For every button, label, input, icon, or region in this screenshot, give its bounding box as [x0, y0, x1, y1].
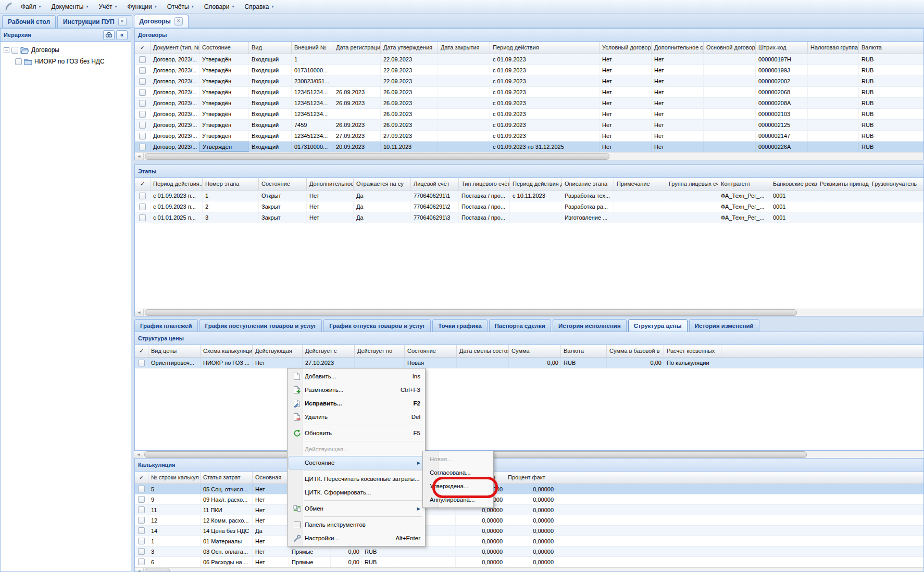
column-header[interactable]: Дополнительное с — [652, 42, 704, 54]
column-header[interactable]: Сумма — [509, 345, 561, 357]
row-checkbox[interactable] — [139, 144, 146, 150]
column-header[interactable]: Группа лицевых сч — [666, 178, 718, 190]
scroll-left-icon[interactable]: ◄ — [135, 568, 144, 572]
column-header[interactable]: Примечание — [614, 178, 666, 190]
column-header[interactable]: Действует по — [355, 345, 405, 357]
collapse-panel-icon[interactable]: « — [116, 30, 128, 40]
row-checkbox[interactable] — [139, 214, 146, 221]
row-checkbox[interactable] — [139, 89, 146, 96]
row-checkbox[interactable] — [139, 122, 146, 129]
column-header[interactable]: Налоговая группа. — [808, 42, 859, 54]
row-checkbox[interactable] — [139, 111, 146, 118]
table-row[interactable]: Договор, 2023/...УтверждёнВходящий123451… — [135, 109, 923, 120]
column-header[interactable]: Дата регистрации. — [333, 42, 381, 54]
tab-close-icon[interactable]: ✕ — [174, 17, 183, 26]
column-header-check[interactable]: ✓ — [135, 42, 151, 54]
scrollbar-thumb[interactable] — [145, 309, 797, 316]
column-header[interactable]: Отражается на су — [354, 178, 411, 190]
column-header-check[interactable]: ✓ — [135, 178, 151, 190]
table-row[interactable]: с 01.01.2025 п...3ЗакрытНетДа7706406291\… — [135, 212, 923, 223]
tree-checkbox[interactable] — [15, 58, 22, 65]
column-header[interactable]: Банковские рекви — [770, 178, 817, 190]
column-header[interactable]: Условный договор — [600, 42, 652, 54]
column-header[interactable]: Процент факт — [505, 472, 556, 484]
menu-item-6[interactable]: Словари▾ — [199, 2, 240, 12]
tab-3[interactable]: Договоры✕ — [134, 15, 189, 28]
column-header[interactable]: Контрагент — [718, 178, 770, 190]
column-header[interactable]: Схема калькуляци — [201, 345, 253, 357]
tab-2[interactable]: Инструкции ПУП✕ — [57, 15, 132, 28]
column-header[interactable]: Состояние — [405, 345, 457, 357]
table-row[interactable]: Договор, 2023/...УтверждёнВходящий017310… — [135, 65, 923, 76]
column-header[interactable]: Действует с — [303, 345, 355, 357]
row-checkbox[interactable] — [139, 78, 146, 85]
detail-tab-3[interactable]: График отпуска товаров и услуг — [323, 319, 431, 332]
context-menu-item[interactable]: Панель инструментов — [289, 518, 424, 531]
row-checkbox[interactable] — [138, 558, 145, 565]
menu-item-1[interactable]: Файл▾ — [16, 2, 46, 12]
column-header[interactable]: Тип лицевого счёт — [459, 178, 510, 190]
menu-item-7[interactable]: Справка▾ — [239, 2, 279, 12]
scroll-left-icon[interactable]: ◄ — [134, 451, 143, 458]
detail-tab-2[interactable]: График поступления товаров и услуг — [199, 319, 322, 332]
tree-expander-icon[interactable]: − — [4, 47, 9, 53]
scroll-left-icon[interactable]: ◄ — [135, 153, 144, 160]
table-row[interactable]: 909 Накл. расхо...Нет0,000000,00000 — [135, 494, 923, 505]
row-checkbox[interactable] — [138, 506, 145, 513]
column-header[interactable]: Вид — [249, 42, 292, 54]
row-checkbox[interactable] — [139, 56, 146, 63]
table-row[interactable]: 101 МатериалыНетПрямые0,000000,00000 — [135, 536, 923, 546]
context-menu-item[interactable]: Обмен▶ — [289, 502, 424, 515]
column-header[interactable]: Сумма в базовой в — [607, 345, 664, 357]
table-row[interactable]: Договор, 2023/...УтверждёнВходящий745926… — [135, 120, 923, 131]
column-header[interactable]: Штрих-код — [756, 42, 808, 54]
row-checkbox[interactable] — [138, 527, 145, 534]
submenu-item[interactable]: Согласована... — [424, 466, 492, 479]
menu-item-4[interactable]: Функции▾ — [122, 2, 161, 12]
horizontal-scrollbar[interactable]: ◄ — [135, 309, 923, 316]
menu-item-3[interactable]: Учёт▾ — [93, 2, 122, 12]
table-row[interactable]: 606 Расходы на ...НетПрямые0,00RUB0,0000… — [135, 557, 923, 567]
table-row[interactable]: Договор, 2023/...УтверждёнВходящий122.09… — [135, 54, 923, 65]
table-row[interactable]: 1414 Цена без НДСДа0,000000,00000 — [135, 526, 923, 536]
context-menu-item[interactable]: Размножить...Ctrl+F3 — [289, 383, 424, 397]
context-menu-item[interactable]: Исправить...F2 — [289, 397, 424, 410]
horizontal-scrollbar[interactable]: ◄ — [134, 451, 923, 458]
column-header[interactable]: Валюта — [859, 42, 924, 54]
context-menu-item[interactable]: УдалитьDel — [289, 410, 424, 424]
column-header[interactable]: Действующая — [253, 345, 303, 357]
column-header[interactable]: Дата утверждения — [381, 42, 438, 54]
column-header[interactable]: Период действия д — [510, 178, 562, 190]
table-row[interactable]: 303 Осн. оплата...НетПрямые0,00RUB0,0000… — [135, 546, 923, 557]
row-checkbox[interactable] — [139, 67, 146, 74]
context-menu-item[interactable]: ЦИТК. Сформировать... — [289, 486, 424, 499]
menu-item-5[interactable]: Отчёты▾ — [162, 2, 199, 12]
table-row[interactable]: с 01.09.2023 п...1ОткрытНетДа7706406291\… — [135, 190, 923, 201]
tab-close-icon[interactable]: ✕ — [118, 18, 127, 26]
column-header[interactable]: Расчёт косвенных — [664, 345, 721, 357]
tree-checkbox[interactable] — [11, 47, 18, 54]
context-menu-item[interactable]: ОбновитьF5 — [289, 426, 424, 440]
row-checkbox[interactable] — [138, 517, 145, 524]
column-header[interactable]: Вид цены — [148, 345, 201, 357]
column-header[interactable]: Описание этапа — [562, 178, 614, 190]
scrollbar-thumb[interactable] — [145, 153, 609, 160]
column-header[interactable]: Номер этапа — [203, 178, 259, 190]
search-icon[interactable] — [103, 30, 115, 40]
horizontal-scrollbar[interactable]: ◄ — [135, 152, 923, 160]
tab-1[interactable]: Рабочий стол — [2, 15, 56, 28]
row-checkbox[interactable] — [138, 548, 145, 555]
column-header[interactable]: Период действия — [490, 42, 600, 54]
menu-item-2[interactable]: Документы▾ — [46, 2, 94, 12]
column-header[interactable]: Дата закрытия — [438, 42, 490, 54]
row-checkbox[interactable] — [139, 193, 146, 199]
table-row[interactable]: 1212 Комм. расхо...Нет0,000000,00000 — [135, 515, 923, 526]
table-row[interactable]: Договор, 2023/...УтверждёнВходящий123451… — [135, 98, 923, 109]
context-menu-item[interactable]: ЦИТК. Пересчитать косвенные затраты... — [289, 472, 424, 486]
row-checkbox[interactable] — [138, 360, 145, 366]
submenu-item[interactable]: Аннулирована... — [424, 493, 492, 506]
detail-tab-4[interactable]: Точки графика — [432, 319, 487, 332]
table-row[interactable]: 505 Соц. отчисл...Нет0,000000,00000 — [135, 484, 923, 494]
column-header[interactable]: Грузополучатель — [869, 178, 924, 190]
column-header[interactable]: № строки калькул — [148, 472, 201, 484]
